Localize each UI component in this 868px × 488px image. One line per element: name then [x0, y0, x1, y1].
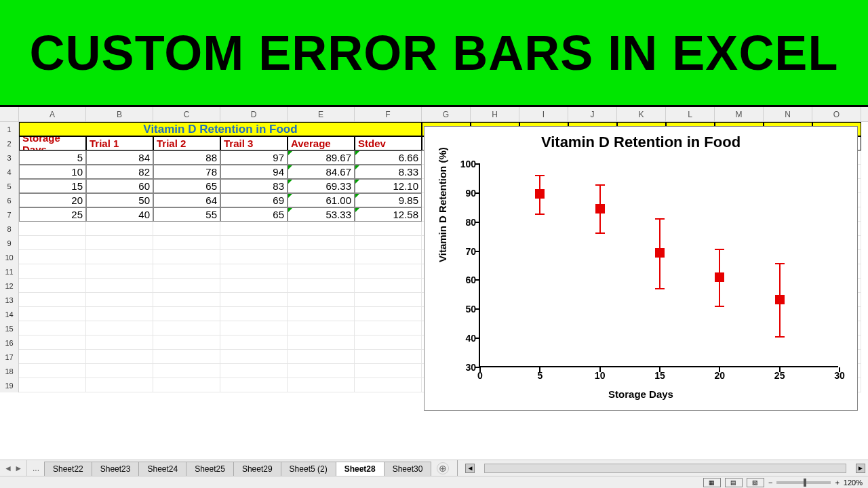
view-pagebreak-icon[interactable]: ▧	[747, 478, 764, 487]
cell[interactable]	[220, 336, 288, 350]
column-header-E[interactable]: E	[288, 107, 355, 121]
table-cell[interactable]: 69.33	[288, 179, 355, 193]
table-cell[interactable]: 65	[153, 179, 220, 193]
column-header-F[interactable]: F	[355, 107, 422, 121]
sheet-tab[interactable]: Sheet22	[44, 462, 92, 476]
cell[interactable]	[288, 279, 355, 293]
table-cell[interactable]: 8.33	[355, 165, 422, 179]
view-layout-icon[interactable]: ▤	[725, 478, 743, 487]
table-header-5[interactable]: Stdev	[355, 136, 422, 150]
table-cell[interactable]: 60	[86, 179, 153, 193]
row-header-11[interactable]: 11	[0, 264, 19, 279]
data-point[interactable]	[655, 248, 665, 258]
cell[interactable]	[355, 336, 422, 350]
cell[interactable]	[355, 307, 422, 321]
cell[interactable]	[355, 350, 422, 364]
sheet-tab[interactable]: Sheet30	[384, 462, 432, 476]
table-cell[interactable]: 88	[153, 150, 220, 165]
column-header-L[interactable]: L	[666, 107, 715, 121]
table-cell[interactable]: 64	[153, 193, 220, 207]
cell[interactable]	[153, 236, 220, 250]
cell[interactable]	[153, 350, 220, 364]
cell[interactable]	[220, 350, 288, 364]
table-cell[interactable]: 78	[153, 165, 220, 179]
table-cell[interactable]: 84.67	[288, 165, 355, 179]
data-point[interactable]	[535, 189, 545, 199]
horizontal-scrollbar[interactable]: ◄ ►	[462, 460, 868, 476]
cell[interactable]	[355, 293, 422, 307]
row-header-18[interactable]: 18	[0, 364, 19, 378]
table-cell[interactable]: 20	[19, 193, 86, 207]
column-header-B[interactable]: B	[86, 107, 153, 121]
row-header-6[interactable]: 6	[0, 193, 19, 207]
cell[interactable]	[86, 336, 153, 350]
table-cell[interactable]: 61.00	[288, 193, 355, 207]
table-cell[interactable]: 25	[19, 207, 86, 222]
cell[interactable]	[355, 264, 422, 279]
scroll-right-button[interactable]: ►	[856, 464, 865, 473]
cell[interactable]	[355, 279, 422, 293]
data-point[interactable]	[775, 295, 785, 304]
table-cell[interactable]: 12.10	[355, 179, 422, 193]
cell[interactable]	[220, 364, 288, 378]
row-header-14[interactable]: 14	[0, 307, 19, 321]
row-header-12[interactable]: 12	[0, 279, 19, 293]
row-header-3[interactable]: 3	[0, 150, 19, 165]
cell[interactable]	[153, 293, 220, 307]
table-cell[interactable]: 97	[220, 150, 288, 165]
view-normal-icon[interactable]: ▦	[703, 478, 721, 487]
sheet-tab[interactable]: Sheet5 (2)	[281, 462, 336, 476]
row-header-19[interactable]: 19	[0, 378, 19, 392]
cell[interactable]	[220, 307, 288, 321]
cell[interactable]	[220, 279, 288, 293]
cell[interactable]	[19, 307, 86, 321]
cell[interactable]	[355, 236, 422, 250]
table-cell[interactable]: 50	[86, 193, 153, 207]
sheet-tab[interactable]: Sheet29	[233, 462, 281, 476]
cell[interactable]	[355, 378, 422, 392]
row-header-7[interactable]: 7	[0, 207, 19, 222]
tab-nav-arrows[interactable]: ◄ ►	[0, 460, 27, 476]
sheet-tab[interactable]: Sheet23	[92, 462, 140, 476]
table-header-0[interactable]: Storage Days	[19, 136, 86, 150]
data-point[interactable]	[715, 272, 724, 282]
column-header-O[interactable]: O	[812, 107, 861, 121]
cell[interactable]	[19, 336, 86, 350]
cell[interactable]	[288, 378, 355, 392]
column-header-I[interactable]: I	[519, 107, 568, 121]
row-header-8[interactable]: 8	[0, 222, 19, 236]
zoom-in-button[interactable]: +	[835, 479, 839, 487]
cell[interactable]	[220, 264, 288, 279]
cell[interactable]	[19, 364, 86, 378]
cell[interactable]	[220, 222, 288, 236]
cell[interactable]	[153, 321, 220, 336]
table-header-1[interactable]: Trial 1	[86, 136, 153, 150]
cell[interactable]	[19, 222, 86, 236]
sheet-tab[interactable]: Sheet25	[186, 462, 234, 476]
column-header-G[interactable]: G	[422, 107, 471, 121]
column-header-K[interactable]: K	[617, 107, 666, 121]
table-cell[interactable]: 65	[220, 207, 288, 222]
column-header-J[interactable]: J	[568, 107, 617, 121]
table-cell[interactable]: 94	[220, 165, 288, 179]
cell[interactable]	[220, 321, 288, 336]
cell[interactable]	[19, 250, 86, 264]
cell[interactable]	[153, 264, 220, 279]
column-header-H[interactable]: H	[471, 107, 519, 121]
table-header-3[interactable]: Trail 3	[220, 136, 288, 150]
column-header-D[interactable]: D	[220, 107, 288, 121]
cell[interactable]	[86, 250, 153, 264]
tab-overflow[interactable]: ...	[27, 460, 45, 476]
cell[interactable]	[153, 222, 220, 236]
cell[interactable]	[153, 364, 220, 378]
add-sheet-button[interactable]: ⊕	[437, 462, 449, 474]
cell[interactable]	[19, 264, 86, 279]
cell[interactable]	[288, 250, 355, 264]
cell[interactable]	[355, 222, 422, 236]
row-header-10[interactable]: 10	[0, 250, 19, 264]
cell[interactable]	[220, 236, 288, 250]
column-header-N[interactable]: N	[764, 107, 812, 121]
cell[interactable]	[86, 321, 153, 336]
row-header-4[interactable]: 4	[0, 165, 19, 179]
row-header-1[interactable]: 1	[0, 122, 19, 136]
